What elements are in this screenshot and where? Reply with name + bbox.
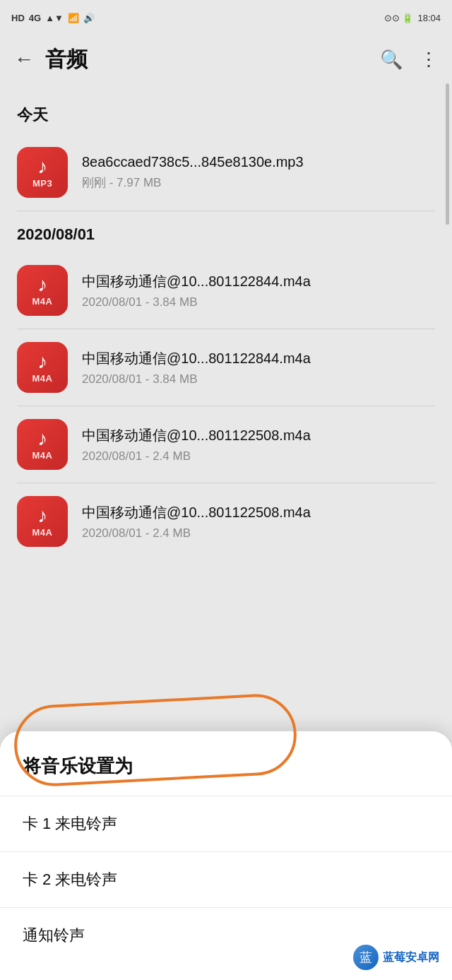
signal-4g: 4G xyxy=(29,13,41,23)
file-name: 中国移动通信@10...801122508.m4a xyxy=(82,426,435,445)
file-meta: 2020/08/01 - 2.4 MB xyxy=(82,526,435,541)
music-note-icon: ♪ xyxy=(37,352,47,372)
section-date: 2020/08/01 xyxy=(0,211,452,252)
section-today: 今天 xyxy=(0,90,452,134)
file-icon-m4a-3: ♪ M4A xyxy=(17,419,68,470)
file-meta: 2020/08/01 - 2.4 MB xyxy=(82,449,435,464)
file-icon-m4a-4: ♪ M4A xyxy=(17,496,68,547)
file-info: 8ea6ccaed738c5...845e8130e.mp3 刚刚 - 7.97… xyxy=(82,154,435,191)
more-menu-icon[interactable]: ⋮ xyxy=(420,49,438,71)
file-type-label: MP3 xyxy=(32,178,52,189)
file-type-label: M4A xyxy=(32,450,53,461)
music-note-icon: ♪ xyxy=(37,275,47,295)
file-name: 中国移动通信@10...801122844.m4a xyxy=(82,272,435,291)
file-icon-mp3: ♪ MP3 xyxy=(17,147,68,198)
file-type-label: M4A xyxy=(32,527,53,538)
volume-icon: 🔊 xyxy=(83,13,95,23)
music-note-icon: ♪ xyxy=(37,506,47,526)
status-right: ⊙⊙ 🔋 18:04 xyxy=(384,13,441,23)
scroll-indicator[interactable] xyxy=(446,83,449,225)
file-info: 中国移动通信@10...801122844.m4a 2020/08/01 - 3… xyxy=(82,272,435,309)
top-nav: ← 音频 🔍 ⋮ xyxy=(0,35,452,83)
file-meta: 刚刚 - 7.97 MB xyxy=(82,175,435,191)
list-item[interactable]: ♪ M4A 中国移动通信@10...801122508.m4a 2020/08/… xyxy=(0,483,452,560)
main-content: 今天 ♪ MP3 8ea6ccaed738c5...845e8130e.mp3 … xyxy=(0,83,452,567)
watermark: 蓝 蓝莓安卓网 xyxy=(347,942,445,973)
nav-right: 🔍 ⋮ xyxy=(380,49,438,71)
file-icon-m4a-1: ♪ M4A xyxy=(17,265,68,316)
status-left: HD 4G ▲▼ 📶 🔊 xyxy=(11,13,95,23)
list-item[interactable]: ♪ M4A 中国移动通信@10...801122844.m4a 2020/08/… xyxy=(0,329,452,406)
page-title: 音频 xyxy=(45,45,88,74)
watermark-text: 蓝莓安卓网 xyxy=(383,950,439,965)
music-note-icon: ♪ xyxy=(37,429,47,449)
list-item[interactable]: ♪ M4A 中国移动通信@10...801122508.m4a 2020/08/… xyxy=(0,406,452,483)
file-info: 中国移动通信@10...801122508.m4a 2020/08/01 - 2… xyxy=(82,503,435,541)
status-bar: HD 4G ▲▼ 📶 🔊 ⊙⊙ 🔋 18:04 xyxy=(0,0,452,35)
file-icon-m4a-2: ♪ M4A xyxy=(17,342,68,393)
list-item[interactable]: ♪ M4A 中国移动通信@10...801122844.m4a 2020/08/… xyxy=(0,252,452,329)
dialog-title: 将音乐设置为 xyxy=(0,754,452,796)
file-info: 中国移动通信@10...801122844.m4a 2020/08/01 - 3… xyxy=(82,349,435,386)
battery-display: ⊙⊙ 🔋 xyxy=(384,13,414,23)
music-note-icon: ♪ xyxy=(37,157,47,177)
file-name: 中国移动通信@10...801122844.m4a xyxy=(82,349,435,368)
network-icons: HD xyxy=(11,13,25,23)
file-name: 中国移动通信@10...801122508.m4a xyxy=(82,503,435,522)
watermark-logo: 蓝 xyxy=(353,945,379,970)
file-info: 中国移动通信@10...801122508.m4a 2020/08/01 - 2… xyxy=(82,426,435,464)
watermark-inner: 蓝 蓝莓安卓网 xyxy=(347,942,445,973)
dialog-item-card2-ringtone[interactable]: 卡 2 来电铃声 xyxy=(0,851,452,907)
wifi-icon: 📶 xyxy=(68,13,79,23)
list-item[interactable]: ♪ MP3 8ea6ccaed738c5...845e8130e.mp3 刚刚 … xyxy=(0,134,452,211)
nav-left: ← 音频 xyxy=(14,45,88,74)
file-meta: 2020/08/01 - 3.84 MB xyxy=(82,295,435,309)
signal-bars: ▲▼ xyxy=(45,13,64,23)
back-button[interactable]: ← xyxy=(14,49,34,69)
search-icon[interactable]: 🔍 xyxy=(380,49,403,71)
time-display: 18:04 xyxy=(417,13,441,23)
dialog-item-card1-ringtone[interactable]: 卡 1 来电铃声 xyxy=(0,796,452,851)
file-meta: 2020/08/01 - 3.84 MB xyxy=(82,372,435,386)
file-name: 8ea6ccaed738c5...845e8130e.mp3 xyxy=(82,154,435,170)
file-type-label: M4A xyxy=(32,296,53,307)
file-type-label: M4A xyxy=(32,373,53,384)
